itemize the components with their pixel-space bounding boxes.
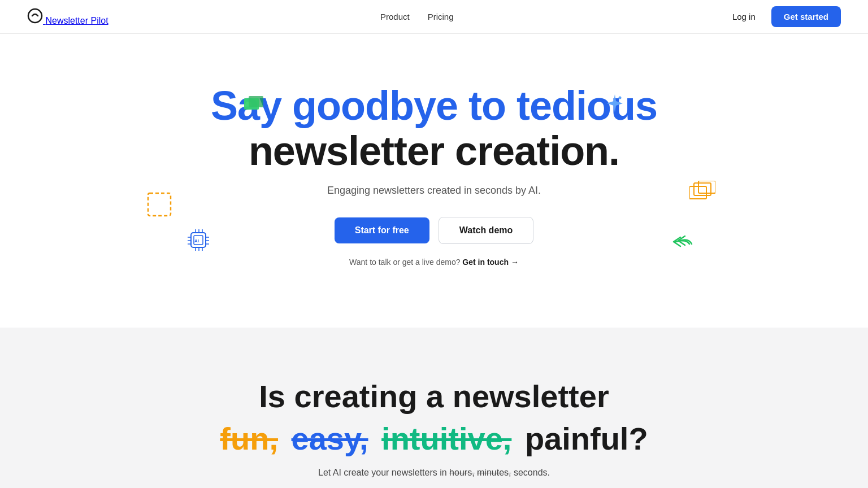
nav-logo[interactable]: Newsletter Pilot (27, 8, 108, 26)
word-sep3 (514, 419, 523, 459)
nav-actions: Log in Get started (726, 6, 841, 27)
deco-orange-boxes-icon (689, 181, 715, 204)
hero-title-block: Say goodbye to tedious newsletter creati… (211, 84, 657, 184)
hero-buttons: Start for free Watch demo (335, 217, 534, 244)
nav-links: Product Pricing (380, 12, 454, 21)
hero-contact-pre: Want to talk or get a live demo? (349, 258, 460, 267)
svg-text:AI: AI (194, 238, 199, 243)
word-fun: fun, (220, 419, 278, 459)
section2-subtitle: Let AI create your newsletters in hours,… (318, 468, 550, 478)
deco-ai-chip-icon: AI (186, 228, 210, 254)
section2-words: fun, easy, intuitive, painful? (220, 419, 648, 459)
watch-demo-button[interactable]: Watch demo (439, 217, 534, 244)
start-free-button[interactable]: Start for free (335, 217, 429, 243)
hero-subtitle: Engaging newsletters created in seconds … (327, 185, 541, 197)
nav-link-pricing[interactable]: Pricing (428, 12, 454, 21)
word-sep2 (371, 419, 380, 459)
section2-title: Is creating a newsletter (259, 378, 609, 415)
svg-rect-5 (148, 193, 171, 216)
get-started-button[interactable]: Get started (771, 6, 841, 27)
brand-name: Newsletter Pilot (45, 16, 108, 25)
section2-minutes: minutes, (477, 468, 511, 477)
word-easy: easy, (292, 419, 368, 459)
logo-icon (27, 8, 43, 24)
deco-reply-icon (670, 233, 693, 254)
nav-link-product[interactable]: Product (380, 12, 410, 21)
navbar: Newsletter Pilot Product Pricing Log in … (0, 0, 868, 34)
login-button[interactable]: Log in (726, 7, 762, 26)
hero-contact-link[interactable]: Get in touch → (462, 258, 519, 267)
section2-hours: hours, (449, 468, 474, 477)
deco-green-box-icon (243, 95, 264, 116)
hero-title-line2: newsletter creation. (211, 129, 657, 173)
deco-dashed-box-icon (147, 192, 172, 219)
word-sep1 (280, 419, 289, 459)
section2-seconds: seconds. (514, 468, 550, 477)
hero-section: AI Say goodbye to tedious newsletter cre… (0, 34, 868, 328)
svg-point-0 (28, 9, 42, 23)
section-pain-points: Is creating a newsletter fun, easy, intu… (0, 328, 868, 488)
section2-sub-pre: Let AI create your newsletters in (318, 468, 447, 477)
deco-sparkle-icon (605, 93, 625, 116)
hero-contact-text: Want to talk or get a live demo? Get in … (349, 258, 519, 267)
word-painful: painful? (525, 419, 648, 459)
word-intuitive: intuitive, (381, 419, 511, 459)
hero-title-line1: Say goodbye to tedious (211, 84, 657, 128)
svg-point-4 (619, 97, 622, 99)
svg-rect-3 (244, 98, 259, 110)
